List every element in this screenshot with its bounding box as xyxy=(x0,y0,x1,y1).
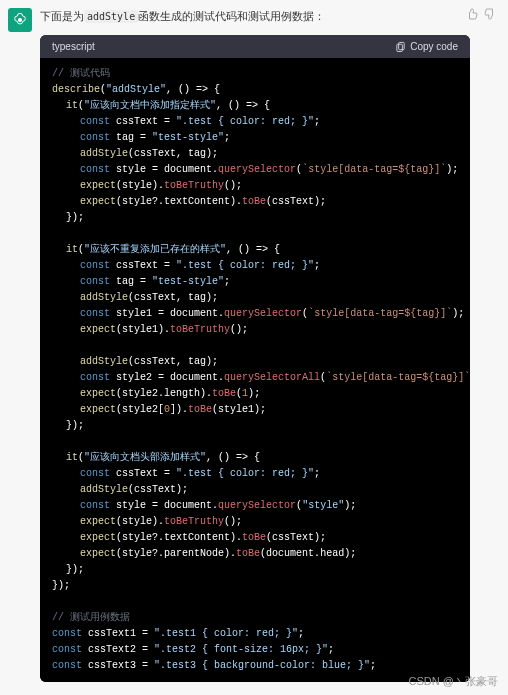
code-header: typescript Copy code xyxy=(40,35,470,58)
thumbs-down-icon[interactable] xyxy=(484,8,496,20)
code-lang-label: typescript xyxy=(52,41,95,52)
code-body[interactable]: // 测试代码 describe("addStyle", () => { it(… xyxy=(40,58,470,682)
svg-rect-1 xyxy=(399,42,405,49)
svg-point-0 xyxy=(18,18,22,22)
svg-rect-2 xyxy=(397,44,403,51)
clipboard-icon xyxy=(395,41,406,52)
copy-label: Copy code xyxy=(410,41,458,52)
assistant-avatar xyxy=(8,8,32,32)
message-content: 下面是为addStyle函数生成的测试代码和测试用例数据： typescript… xyxy=(40,8,500,682)
intro-text: 下面是为addStyle函数生成的测试代码和测试用例数据： xyxy=(40,8,500,25)
code-block: typescript Copy code // 测试代码 describe("a… xyxy=(40,35,470,682)
message-container: 下面是为addStyle函数生成的测试代码和测试用例数据： typescript… xyxy=(0,0,508,682)
copy-code-button[interactable]: Copy code xyxy=(395,41,458,52)
watermark: CSDN @丶张豪哥 xyxy=(409,674,498,689)
feedback-buttons xyxy=(466,8,496,20)
thumbs-up-icon[interactable] xyxy=(466,8,478,20)
openai-icon xyxy=(12,12,28,28)
